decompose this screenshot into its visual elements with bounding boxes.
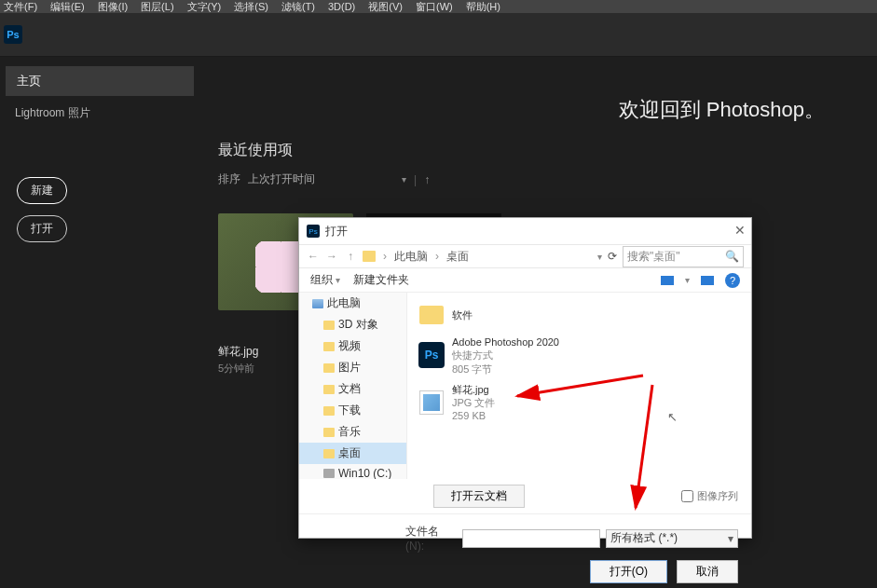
filename-label: 文件名(N): xyxy=(405,524,457,553)
menu-edit[interactable]: 编辑(E) xyxy=(50,0,85,14)
folder-icon xyxy=(323,363,335,373)
menu-window[interactable]: 窗口(W) xyxy=(416,0,453,14)
open-confirm-button[interactable]: 打开(O) xyxy=(590,560,667,583)
folder-icon xyxy=(323,321,335,330)
file-list: 软件 Ps Adobe Photoshop 2020 快捷方式 805 字节 鲜… xyxy=(407,293,751,479)
tree-item[interactable]: 3D 对象 xyxy=(299,314,406,335)
dialog-body: 此电脑 3D 对象 视频 图片 文档 下载 音乐 桌面 Win10 (C:) 软… xyxy=(299,293,751,479)
menu-file[interactable]: 文件(F) xyxy=(4,0,37,14)
menu-3d[interactable]: 3D(D) xyxy=(328,1,355,12)
dialog-mid-row: 打开云文档 图像序列 xyxy=(299,479,751,513)
home-sidebar: 主页 Lightroom 照片 新建 打开 xyxy=(0,57,199,588)
folder-icon xyxy=(323,449,335,458)
search-placeholder: 搜索"桌面" xyxy=(627,249,680,265)
menu-filter[interactable]: 滤镜(T) xyxy=(281,0,315,14)
chevron-down-icon: ▾ xyxy=(402,174,406,185)
search-input[interactable]: 搜索"桌面" 🔍 xyxy=(623,246,744,267)
sort-label: 排序 xyxy=(218,171,240,187)
nav-forward-icon[interactable]: → xyxy=(325,250,338,263)
menu-image[interactable]: 图像(I) xyxy=(98,0,128,14)
tree-this-pc[interactable]: 此电脑 xyxy=(299,293,406,314)
folder-icon xyxy=(323,406,335,416)
filetype-filter[interactable]: 所有格式 (*.*) xyxy=(606,529,738,548)
menu-layer[interactable]: 图层(L) xyxy=(141,0,173,14)
file-type: 快捷方式 xyxy=(452,349,559,362)
sort-divider: | xyxy=(414,173,417,186)
menu-type[interactable]: 文字(Y) xyxy=(187,0,222,14)
chevron-down-icon[interactable]: ▾ xyxy=(685,275,690,285)
open-button[interactable]: 打开 xyxy=(17,215,67,242)
file-name: 鲜花.jpg xyxy=(452,383,495,396)
photoshop-app-icon: Ps xyxy=(418,342,445,368)
sort-direction-icon[interactable]: ↑ xyxy=(424,173,430,186)
nav-back-icon[interactable]: ← xyxy=(307,250,320,263)
close-icon[interactable]: ✕ xyxy=(734,223,746,238)
breadcrumb-pc[interactable]: 此电脑 xyxy=(394,249,428,265)
tree-item[interactable]: 下载 xyxy=(299,400,406,421)
breadcrumb-sep: › xyxy=(383,250,387,263)
view-mode-icon[interactable] xyxy=(661,276,674,285)
nav-up-icon[interactable]: ↑ xyxy=(344,250,357,263)
file-size: 805 字节 xyxy=(452,362,559,376)
menu-help[interactable]: 帮助(H) xyxy=(466,0,500,14)
drive-icon xyxy=(323,469,335,478)
sort-dropdown[interactable]: 上次打开时间 ▾ xyxy=(248,171,406,187)
newfolder-button[interactable]: 新建文件夹 xyxy=(353,272,409,288)
new-button[interactable]: 新建 xyxy=(17,177,67,204)
tree-item[interactable]: 视频 xyxy=(299,335,406,357)
dialog-titlebar: Ps 打开 ✕ xyxy=(299,218,751,244)
sidebar-home[interactable]: 主页 xyxy=(6,66,194,96)
photoshop-mini-icon: Ps xyxy=(307,225,320,238)
photoshop-logo-icon: Ps xyxy=(4,25,22,44)
help-icon[interactable]: ? xyxy=(725,273,740,288)
folder-tree: 此电脑 3D 对象 视频 图片 文档 下载 音乐 桌面 Win10 (C:) xyxy=(299,293,407,479)
tree-item[interactable]: 图片 xyxy=(299,357,406,378)
menu-view[interactable]: 视图(V) xyxy=(368,0,403,14)
filename-input[interactable] xyxy=(462,529,600,548)
welcome-heading: 欢迎回到 Photoshop。 xyxy=(619,96,825,124)
folder-icon xyxy=(323,342,335,351)
menubar: 文件(F) 编辑(E) 图像(I) 图层(L) 文字(Y) 选择(S) 滤镜(T… xyxy=(0,0,877,13)
file-row-shortcut[interactable]: Ps Adobe Photoshop 2020 快捷方式 805 字节 xyxy=(417,332,742,379)
jpg-file-icon xyxy=(419,390,444,415)
breadcrumb-sep: › xyxy=(435,250,439,263)
tree-item[interactable]: 文档 xyxy=(299,378,406,400)
folder-icon xyxy=(419,306,444,324)
refresh-icon[interactable]: ⟳ xyxy=(608,250,617,263)
file-row-jpg[interactable]: 鲜花.jpg JPG 文件 259 KB xyxy=(417,379,742,427)
menu-select[interactable]: 选择(S) xyxy=(234,0,268,14)
folder-icon xyxy=(323,428,335,437)
preview-pane-icon[interactable] xyxy=(701,276,714,285)
search-icon: 🔍 xyxy=(725,250,739,263)
tree-item[interactable]: 音乐 xyxy=(299,421,406,443)
dialog-title: 打开 xyxy=(325,224,348,239)
file-type: JPG 文件 xyxy=(452,396,495,409)
cancel-button[interactable]: 取消 xyxy=(677,560,738,583)
folder-icon xyxy=(363,251,376,262)
cursor-hint-icon: ↖ xyxy=(667,410,678,424)
sort-bar: 排序 上次打开时间 ▾ | ↑ xyxy=(218,171,858,187)
image-sequence-checkbox[interactable]: 图像序列 xyxy=(681,489,738,503)
organize-button[interactable]: 组织 ▾ xyxy=(310,272,340,288)
breadcrumb-desktop[interactable]: 桌面 xyxy=(446,249,469,265)
file-name: Adobe Photoshop 2020 xyxy=(452,335,559,349)
dialog-footer: 文件名(N): 所有格式 (*.*) 打开(O) 取消 xyxy=(299,513,751,588)
chevron-down-icon: ▾ xyxy=(336,275,340,285)
dialog-nav-bar: ← → ↑ › 此电脑 › 桌面 ▾ ⟳ 搜索"桌面" 🔍 xyxy=(299,244,751,268)
folder-icon xyxy=(323,385,335,394)
recent-section-title: 最近使用项 xyxy=(218,141,858,160)
file-name: 软件 xyxy=(452,308,473,321)
image-sequence-check[interactable] xyxy=(681,490,693,502)
app-toolbar: Ps xyxy=(0,13,877,57)
tree-item-desktop[interactable]: 桌面 xyxy=(299,443,406,464)
file-open-dialog: Ps 打开 ✕ ← → ↑ › 此电脑 › 桌面 ▾ ⟳ 搜索"桌面" 🔍 组织… xyxy=(298,217,752,539)
tree-item[interactable]: Win10 (C:) xyxy=(299,464,406,479)
file-size: 259 KB xyxy=(452,409,495,422)
chevron-down-icon[interactable]: ▾ xyxy=(597,252,602,262)
sidebar-lightroom[interactable]: Lightroom 照片 xyxy=(6,100,194,127)
pc-icon xyxy=(312,299,323,308)
file-row-folder[interactable]: 软件 xyxy=(417,298,742,332)
dialog-toolbar: 组织 ▾ 新建文件夹 ▾ ? xyxy=(299,268,751,293)
sort-value: 上次打开时间 xyxy=(248,171,315,187)
open-cloud-button[interactable]: 打开云文档 xyxy=(433,485,525,508)
